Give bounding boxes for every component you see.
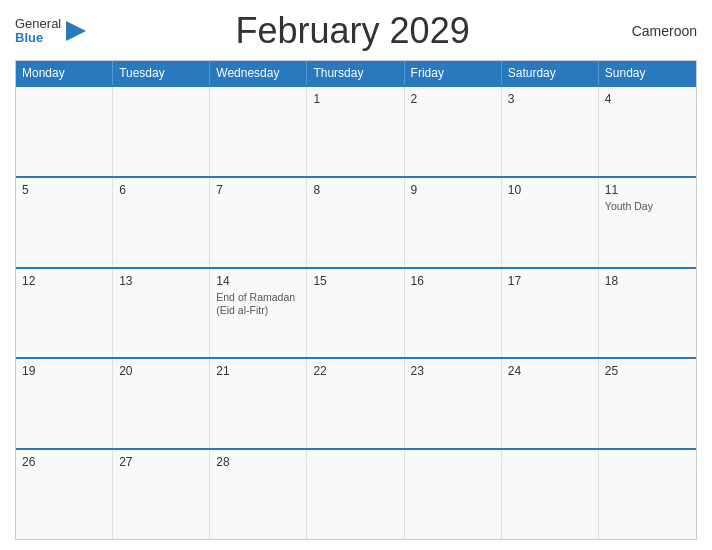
calendar-container: General Blue February 2029 Cameroon Mond… xyxy=(0,0,712,550)
week-row-3: 19202122232425 xyxy=(16,357,696,448)
logo: General Blue xyxy=(15,17,88,46)
day-cell xyxy=(307,450,404,539)
day-header-sunday: Sunday xyxy=(599,61,696,85)
day-number: 7 xyxy=(216,183,300,197)
day-cell: 26 xyxy=(16,450,113,539)
day-cell: 16 xyxy=(405,269,502,358)
day-cell: 15 xyxy=(307,269,404,358)
day-headers-row: MondayTuesdayWednesdayThursdayFridaySatu… xyxy=(16,61,696,85)
country-label: Cameroon xyxy=(617,23,697,39)
day-number: 14 xyxy=(216,274,300,288)
day-header-monday: Monday xyxy=(16,61,113,85)
day-number: 22 xyxy=(313,364,397,378)
day-number: 26 xyxy=(22,455,106,469)
day-number: 19 xyxy=(22,364,106,378)
event-label: End of Ramadan (Eid al-Fitr) xyxy=(216,291,300,318)
logo-text: General Blue xyxy=(15,17,61,46)
day-header-thursday: Thursday xyxy=(307,61,404,85)
day-cell: 12 xyxy=(16,269,113,358)
day-cell xyxy=(502,450,599,539)
day-cell: 4 xyxy=(599,87,696,176)
day-number: 18 xyxy=(605,274,690,288)
logo-blue: Blue xyxy=(15,31,61,45)
day-cell xyxy=(16,87,113,176)
day-number: 10 xyxy=(508,183,592,197)
day-number: 4 xyxy=(605,92,690,106)
day-number: 11 xyxy=(605,183,690,197)
logo-general: General xyxy=(15,17,61,31)
day-cell: 11Youth Day xyxy=(599,178,696,267)
svg-marker-0 xyxy=(66,21,86,41)
day-number: 23 xyxy=(411,364,495,378)
day-number: 28 xyxy=(216,455,300,469)
day-cell: 28 xyxy=(210,450,307,539)
day-cell xyxy=(113,87,210,176)
day-cell: 7 xyxy=(210,178,307,267)
day-number: 1 xyxy=(313,92,397,106)
day-cell: 27 xyxy=(113,450,210,539)
day-number: 25 xyxy=(605,364,690,378)
day-header-tuesday: Tuesday xyxy=(113,61,210,85)
day-number: 17 xyxy=(508,274,592,288)
day-number: 27 xyxy=(119,455,203,469)
calendar-weeks: 1234567891011Youth Day121314End of Ramad… xyxy=(16,85,696,539)
calendar-header: General Blue February 2029 Cameroon xyxy=(15,10,697,52)
day-number: 20 xyxy=(119,364,203,378)
day-number: 6 xyxy=(119,183,203,197)
day-cell: 13 xyxy=(113,269,210,358)
calendar-title: February 2029 xyxy=(88,10,617,52)
day-number: 15 xyxy=(313,274,397,288)
day-number: 16 xyxy=(411,274,495,288)
day-number: 13 xyxy=(119,274,203,288)
day-cell: 22 xyxy=(307,359,404,448)
day-cell: 19 xyxy=(16,359,113,448)
day-cell: 18 xyxy=(599,269,696,358)
logo-flag-icon xyxy=(64,19,88,43)
day-number: 2 xyxy=(411,92,495,106)
day-cell: 20 xyxy=(113,359,210,448)
week-row-0: 1234 xyxy=(16,85,696,176)
day-number: 21 xyxy=(216,364,300,378)
week-row-4: 262728 xyxy=(16,448,696,539)
day-cell: 3 xyxy=(502,87,599,176)
day-cell: 9 xyxy=(405,178,502,267)
event-label: Youth Day xyxy=(605,200,690,214)
day-cell: 24 xyxy=(502,359,599,448)
day-header-friday: Friday xyxy=(405,61,502,85)
week-row-2: 121314End of Ramadan (Eid al-Fitr)151617… xyxy=(16,267,696,358)
day-number: 3 xyxy=(508,92,592,106)
day-cell: 25 xyxy=(599,359,696,448)
day-cell xyxy=(405,450,502,539)
day-header-wednesday: Wednesday xyxy=(210,61,307,85)
week-row-1: 567891011Youth Day xyxy=(16,176,696,267)
day-cell: 10 xyxy=(502,178,599,267)
day-cell: 23 xyxy=(405,359,502,448)
day-cell xyxy=(210,87,307,176)
day-cell: 14End of Ramadan (Eid al-Fitr) xyxy=(210,269,307,358)
day-header-saturday: Saturday xyxy=(502,61,599,85)
day-number: 9 xyxy=(411,183,495,197)
day-cell xyxy=(599,450,696,539)
day-cell: 8 xyxy=(307,178,404,267)
day-cell: 5 xyxy=(16,178,113,267)
day-number: 12 xyxy=(22,274,106,288)
day-cell: 17 xyxy=(502,269,599,358)
day-cell: 2 xyxy=(405,87,502,176)
day-cell: 6 xyxy=(113,178,210,267)
day-number: 24 xyxy=(508,364,592,378)
calendar-grid: MondayTuesdayWednesdayThursdayFridaySatu… xyxy=(15,60,697,540)
day-number: 8 xyxy=(313,183,397,197)
day-number: 5 xyxy=(22,183,106,197)
day-cell: 1 xyxy=(307,87,404,176)
day-cell: 21 xyxy=(210,359,307,448)
